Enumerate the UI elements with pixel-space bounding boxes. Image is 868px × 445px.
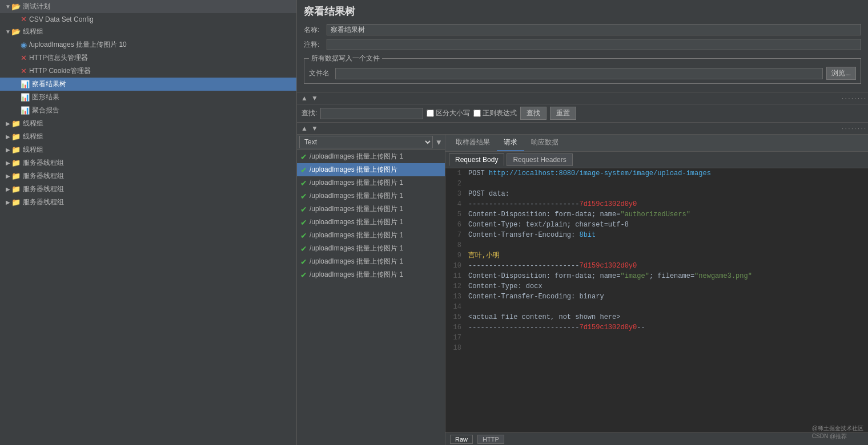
case-sensitive-checkbox[interactable] (427, 110, 434, 117)
tree-item-t1[interactable]: ▼📂 测试计划 (0, 0, 296, 13)
shield-icon-r4: ✔ (300, 192, 307, 201)
result-item-r4[interactable]: ✔/uploadImages 批量上传图片 1 (297, 189, 445, 203)
tree-icon-t11: 📁 (11, 132, 21, 141)
arrow-up-btn-2[interactable]: ▲ (299, 124, 310, 133)
tree-icon-t14: 📁 (11, 172, 21, 180)
tree-label-t6: HTTP Cookie管理器 (29, 66, 91, 76)
tree-label-t15: 服务器线程组 (23, 184, 64, 194)
result-label-r5: /uploadImages 批量上传图片 1 (310, 204, 403, 214)
code-line-15: 15<actual file content, not shown here> (445, 312, 868, 322)
tree-item-t13[interactable]: ▶📁 服务器线程组 (0, 156, 296, 169)
tree-item-t9[interactable]: 📊 聚合报告 (0, 104, 296, 117)
tree-item-t7[interactable]: 📊 察看结果树 (0, 78, 296, 91)
tab-response[interactable]: 响应数据 (524, 135, 565, 151)
bottom-tab-raw[interactable]: Raw (450, 435, 473, 444)
tree-arrow-t13: ▶ (5, 160, 11, 166)
result-item-r5[interactable]: ✔/uploadImages 批量上传图片 1 (297, 203, 445, 216)
result-label-r2: /uploadImages 批量上传图片 (310, 165, 397, 175)
tree-item-t3[interactable]: ▼📂 线程组 (0, 25, 296, 38)
arrow-down-btn[interactable]: ▼ (310, 94, 320, 103)
line-content-9: 言叶,小明 (466, 250, 868, 261)
view-dropdown[interactable]: Text RegExp HTML JSON XML (299, 136, 433, 148)
tree-icon-t1: 📂 (11, 2, 21, 11)
tree-label-t4: /uploadImages 批量上传图片 10 (29, 40, 127, 50)
arrow-up-btn[interactable]: ▲ (299, 94, 310, 103)
code-line-13: 13Content-Transfer-Encoding: binary (445, 292, 868, 302)
arrow-down-btn-2[interactable]: ▼ (310, 124, 320, 133)
search-input[interactable] (320, 108, 423, 119)
sub-tab-req-headers[interactable]: Request Headers (507, 153, 572, 166)
reset-button[interactable]: 重置 (550, 107, 576, 120)
search-button[interactable]: 查找 (520, 107, 546, 120)
regex-checkbox[interactable] (473, 110, 481, 117)
code-line-3: 3POST data: (445, 189, 868, 199)
tree-label-t11: 线程组 (23, 132, 43, 141)
tree-item-t10[interactable]: ▶📁 线程组 (0, 117, 296, 130)
tree-item-t12[interactable]: ▶📁 线程组 (0, 143, 296, 156)
shield-icon-r8: ✔ (300, 244, 307, 253)
tab-sampler-result[interactable]: 取样器结果 (449, 135, 497, 151)
tree-icon-t15: 📁 (11, 185, 21, 193)
tree-icon-t13: 📁 (11, 159, 21, 167)
tab-request[interactable]: 请求 (497, 135, 524, 151)
line-number-17: 17 (445, 333, 466, 343)
result-item-r7[interactable]: ✔/uploadImages 批量上传图片 1 (297, 229, 445, 242)
tree-item-t5[interactable]: ✕ HTTP信息头管理器 (0, 51, 296, 64)
filename-input[interactable] (335, 68, 823, 79)
result-item-r6[interactable]: ✔/uploadImages 批量上传图片 1 (297, 216, 445, 229)
case-sensitive-label: 区分大小写 (427, 108, 470, 118)
line-content-7: Content-Transfer-Encoding: 8bit (466, 230, 868, 240)
code-line-2: 2 (445, 179, 868, 189)
tree-container: ▼📂 测试计划✕ CSV Data Set Config▼📂 线程组◉ /upl… (0, 0, 296, 445)
name-input[interactable] (327, 24, 861, 35)
code-area: 1POST http://localhost:8080/image-system… (445, 168, 868, 432)
tree-item-t15[interactable]: ▶📁 服务器线程组 (0, 183, 296, 196)
search-bar: 查找: 区分大小写 正则表达式 查找 重置 (297, 104, 868, 123)
tree-item-t4[interactable]: ◉ /uploadImages 批量上传图片 10 (0, 38, 296, 51)
result-item-r9[interactable]: ✔/uploadImages 批量上传图片 1 (297, 255, 445, 268)
line-number-12: 12 (445, 281, 466, 292)
tree-label-t14: 服务器线程组 (23, 171, 64, 181)
results-header: Text RegExp HTML JSON XML ▼ (297, 135, 445, 150)
tree-item-t6[interactable]: ✕ HTTP Cookie管理器 (0, 64, 296, 78)
file-group: 所有数据写入一个文件 文件名 浏览... (304, 54, 861, 84)
line-content-13: Content-Transfer-Encoding: binary (466, 292, 868, 302)
dropdown-arrow-btn[interactable]: ▼ (435, 138, 443, 147)
name-label: 名称: (304, 25, 327, 35)
result-item-r2[interactable]: ✔/uploadImages 批量上传图片 (297, 163, 445, 176)
result-item-r10[interactable]: ✔/uploadImages 批量上传图片 1 (297, 268, 445, 281)
line-number-2: 2 (445, 179, 466, 189)
result-item-r8[interactable]: ✔/uploadImages 批量上传图片 1 (297, 242, 445, 255)
line-number-4: 4 (445, 199, 466, 209)
line-content-12: Content-Type: docx (466, 281, 868, 292)
tree-label-t5: HTTP信息头管理器 (29, 53, 88, 63)
browse-button[interactable]: 浏览... (826, 67, 856, 80)
shield-icon-r7: ✔ (300, 231, 307, 240)
detail-panel: 取样器结果 请求 响应数据 Request Body Request Heade… (445, 135, 868, 445)
bottom-tab-http[interactable]: HTTP (477, 435, 504, 444)
file-row: 文件名 浏览... (309, 67, 856, 80)
result-item-r3[interactable]: ✔/uploadImages 批量上传图片 1 (297, 176, 445, 189)
tree-item-t14[interactable]: ▶📁 服务器线程组 (0, 169, 296, 183)
code-line-10: 10---------------------------7d159c1302d… (445, 261, 868, 271)
line-number-10: 10 (445, 261, 466, 271)
tree-icon-t12: 📁 (11, 145, 21, 154)
comment-input[interactable] (327, 39, 861, 50)
form-area: 察看结果树 名称: 注释: 所有数据写入一个文件 文件名 浏览... (297, 0, 868, 92)
tree-item-t11[interactable]: ▶📁 线程组 (0, 130, 296, 143)
right-panel: 察看结果树 名称: 注释: 所有数据写入一个文件 文件名 浏览... ▲ ▼ ·… (297, 0, 868, 445)
sub-tab-req-body[interactable]: Request Body (449, 153, 504, 166)
tree-item-t2[interactable]: ✕ CSV Data Set Config (0, 13, 296, 25)
result-item-r1[interactable]: ✔/uploadImages 批量上传图片 1 (297, 150, 445, 163)
tree-icon-t9: 📊 (21, 106, 30, 115)
shield-icon-r9: ✔ (300, 257, 307, 266)
line-number-9: 9 (445, 250, 466, 261)
line-content-11: Content-Disposition: form-data; name="im… (466, 271, 868, 281)
tree-label-t10: 线程组 (23, 119, 43, 128)
tree-item-t16[interactable]: ▶📁 服务器线程组 (0, 196, 296, 209)
tree-item-t8[interactable]: 📊 图形结果 (0, 91, 296, 104)
code-line-17: 17 (445, 333, 868, 343)
shield-icon-r6: ✔ (300, 218, 307, 227)
result-label-r4: /uploadImages 批量上传图片 1 (310, 191, 403, 201)
line-number-14: 14 (445, 302, 466, 312)
